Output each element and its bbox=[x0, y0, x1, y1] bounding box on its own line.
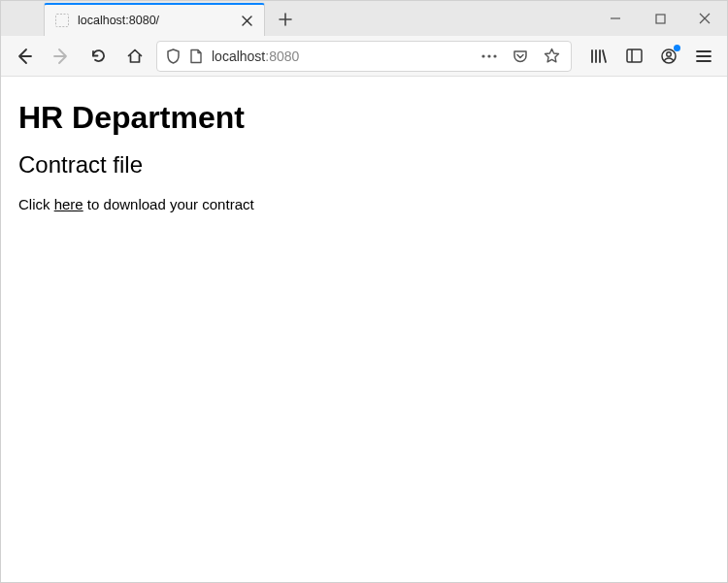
paragraph-text-after: to download your contract bbox=[83, 196, 254, 212]
page-heading-2: Contract file bbox=[18, 151, 710, 178]
url-host: localhost bbox=[212, 49, 265, 64]
paragraph-text-before: Click bbox=[18, 196, 54, 212]
svg-point-7 bbox=[667, 51, 672, 56]
svg-point-3 bbox=[487, 54, 490, 57]
window-minimize-button[interactable] bbox=[593, 1, 638, 36]
nav-toolbar: localhost:8080 bbox=[1, 36, 727, 77]
forward-button[interactable] bbox=[46, 41, 77, 72]
page-heading-1: HR Department bbox=[18, 100, 710, 136]
svg-point-2 bbox=[481, 54, 484, 57]
tab-title: localhost:8080/ bbox=[78, 14, 239, 27]
page-info-icon[interactable] bbox=[188, 49, 204, 64]
back-button[interactable] bbox=[9, 41, 40, 72]
window-controls bbox=[593, 1, 727, 36]
page-actions-button[interactable] bbox=[478, 45, 501, 68]
url-bar[interactable]: localhost:8080 bbox=[156, 41, 572, 72]
download-link[interactable]: here bbox=[54, 196, 83, 212]
account-button[interactable] bbox=[653, 41, 684, 72]
notification-dot-icon bbox=[674, 45, 680, 51]
new-tab-button[interactable] bbox=[271, 5, 300, 34]
svg-rect-5 bbox=[627, 49, 642, 62]
window-maximize-button[interactable] bbox=[638, 1, 682, 36]
page-paragraph: Click here to download your contract bbox=[18, 196, 710, 212]
home-button[interactable] bbox=[119, 41, 150, 72]
sidebars-button[interactable] bbox=[618, 41, 649, 72]
browser-window: localhost:8080/ bbox=[0, 0, 728, 583]
window-close-button[interactable] bbox=[682, 1, 727, 36]
tracking-shield-icon[interactable] bbox=[165, 49, 181, 64]
bookmark-star-button[interactable] bbox=[540, 45, 563, 68]
browser-tab[interactable]: localhost:8080/ bbox=[44, 3, 265, 36]
pocket-button[interactable] bbox=[509, 45, 532, 68]
favicon-placeholder-icon bbox=[54, 13, 70, 28]
tab-strip-spacer bbox=[1, 1, 44, 36]
app-menu-button[interactable] bbox=[688, 41, 719, 72]
svg-rect-0 bbox=[56, 15, 69, 27]
tab-strip: localhost:8080/ bbox=[1, 1, 727, 36]
reload-button[interactable] bbox=[83, 41, 114, 72]
tab-close-button[interactable] bbox=[239, 13, 254, 28]
url-port: :8080 bbox=[265, 49, 299, 64]
toolbar-right-cluster bbox=[583, 41, 719, 72]
svg-rect-1 bbox=[656, 15, 665, 23]
page-content: HR Department Contract file Click here t… bbox=[1, 77, 727, 582]
library-button[interactable] bbox=[583, 41, 614, 72]
svg-point-4 bbox=[493, 54, 496, 57]
url-text: localhost:8080 bbox=[212, 49, 470, 64]
